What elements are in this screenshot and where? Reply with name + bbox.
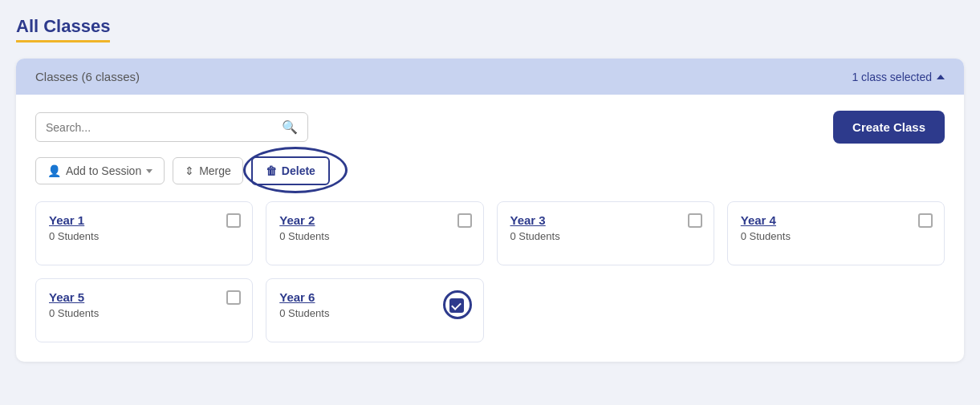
class-card-checkbox-year3[interactable] [688, 213, 702, 228]
search-input[interactable] [46, 121, 277, 134]
class-card-title-year2[interactable]: Year 2 [279, 213, 470, 227]
class-card-year2: Year 2 0 Students [266, 201, 483, 265]
class-card-checkbox-year1[interactable] [226, 213, 241, 228]
class-card-year4: Year 4 0 Students [727, 201, 945, 265]
chevron-up-icon [937, 75, 945, 79]
classes-header: Classes (6 classes) 1 class selected [16, 59, 964, 95]
class-card-subtitle-year1: 0 Students [49, 230, 239, 242]
add-to-session-button[interactable]: 👤 Add to Session [35, 157, 165, 184]
class-card-checkbox-year2[interactable] [457, 213, 472, 228]
class-card-subtitle-year3: 0 Students [510, 230, 701, 242]
content-area: 🔍 Create Class 👤 Add to Session ⇕ Merge … [16, 95, 964, 362]
class-card-title-year1[interactable]: Year 1 [49, 213, 239, 227]
class-card-checkbox-year6[interactable] [449, 298, 464, 313]
classes-label: Classes [35, 70, 78, 83]
actions-row: 👤 Add to Session ⇕ Merge 🗑 Delete [35, 156, 945, 185]
delete-button-wrapper: 🗑 Delete [251, 156, 330, 185]
class-card-subtitle-year5: 0 Students [49, 307, 239, 319]
add-person-icon: 👤 [47, 164, 61, 177]
dropdown-arrow-icon [146, 169, 152, 173]
search-box: 🔍 [35, 112, 308, 142]
class-card-checkbox-year5[interactable] [226, 290, 241, 305]
toolbar-row: 🔍 Create Class [35, 111, 945, 144]
class-card-subtitle-year2: 0 Students [279, 230, 470, 242]
class-card-checkbox-year4[interactable] [918, 213, 933, 228]
class-card-title-year6[interactable]: Year 6 [279, 290, 470, 304]
main-container: Classes (6 classes) 1 class selected 🔍 C… [16, 59, 964, 362]
class-card-title-year5[interactable]: Year 5 [49, 290, 239, 304]
merge-icon: ⇕ [185, 164, 194, 177]
classes-grid: Year 1 0 Students Year 2 0 Students Year… [35, 201, 945, 342]
create-class-button[interactable]: Create Class [833, 111, 945, 144]
class-card-year1: Year 1 0 Students [35, 201, 253, 265]
merge-button[interactable]: ⇕ Merge [173, 157, 243, 184]
search-icon: 🔍 [282, 119, 298, 135]
classes-header-left: Classes (6 classes) [35, 70, 140, 83]
trash-icon: 🗑 [266, 164, 277, 177]
class-card-subtitle-year6: 0 Students [279, 307, 470, 319]
class-card-year5: Year 5 0 Students [35, 278, 253, 342]
class-card-title-year3[interactable]: Year 3 [510, 213, 701, 227]
page-title: All Classes [16, 16, 110, 43]
class-card-title-year4[interactable]: Year 4 [741, 213, 931, 227]
selected-count: 1 class selected [852, 71, 945, 83]
class-card-subtitle-year4: 0 Students [741, 230, 931, 242]
classes-count: (6 classes) [82, 70, 140, 83]
class-card-year3: Year 3 0 Students [497, 201, 714, 265]
class-card-year6: Year 6 0 Students [266, 278, 483, 342]
delete-button[interactable]: 🗑 Delete [251, 156, 330, 185]
